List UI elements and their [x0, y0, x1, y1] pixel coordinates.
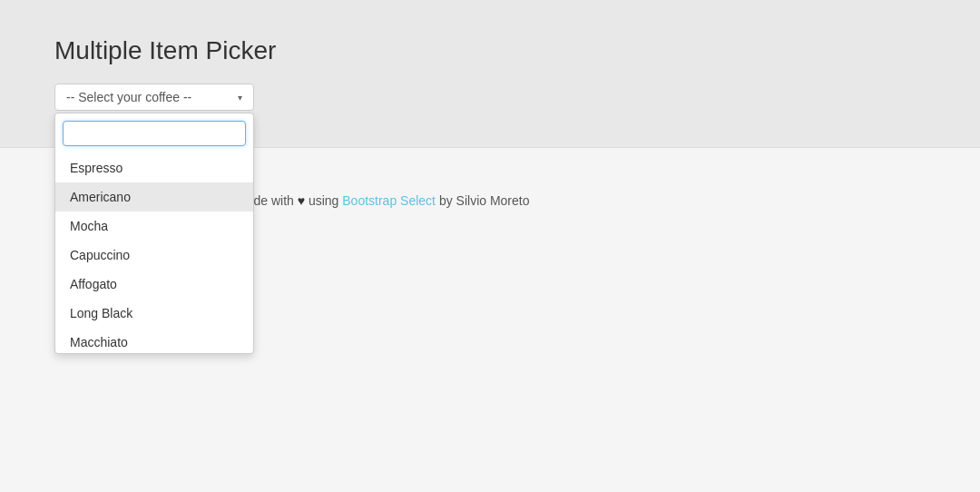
footer-using: using — [309, 193, 342, 208]
search-input[interactable] — [63, 121, 246, 146]
chevron-down-icon: ▾ — [238, 93, 242, 103]
search-box-wrapper — [55, 113, 253, 153]
dropdown-list: EspressoAmericanoMochaCapuccinoAffogatoL… — [55, 153, 253, 353]
list-item[interactable]: Mocha — [55, 212, 253, 241]
list-item[interactable]: Long Black — [55, 299, 253, 328]
select-button[interactable]: -- Select your coffee -- ▾ — [54, 84, 254, 111]
dropdown-container: EspressoAmericanoMochaCapuccinoAffogatoL… — [54, 113, 254, 354]
list-item[interactable]: Affogato — [55, 270, 253, 299]
list-item[interactable]: Macchiato — [55, 328, 253, 353]
top-panel: Multiple Item Picker -- Select your coff… — [0, 0, 980, 148]
select-wrapper: -- Select your coffee -- ▾ EspressoAmeri… — [54, 84, 254, 111]
list-item[interactable]: Americano — [55, 182, 253, 212]
select-placeholder: -- Select your coffee -- — [66, 90, 191, 104]
list-item[interactable]: Capuccino — [55, 241, 253, 270]
heart-icon: ♥ — [298, 193, 305, 208]
footer-by: by Silvio Moreto — [439, 193, 530, 208]
page-title: Multiple Item Picker — [54, 36, 926, 65]
footer-text: Made with ♥ using Bootstrap Select by Si… — [236, 193, 529, 208]
list-item[interactable]: Espresso — [55, 153, 253, 182]
bootstrap-select-link[interactable]: Bootstrap Select — [342, 193, 436, 208]
